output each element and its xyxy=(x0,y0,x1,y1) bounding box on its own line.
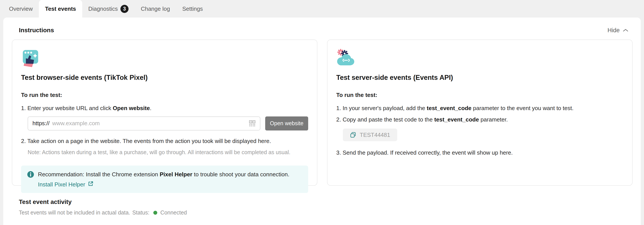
tab-bar: Overview Test events Diagnostics 3 Chang… xyxy=(0,0,644,18)
step-text: 1. In your server's payload, add the xyxy=(336,105,427,112)
rec-text: Recommendation: Install the Chrome exten… xyxy=(38,171,160,178)
url-row: https:// xyxy=(28,116,308,130)
instruction-cards: Test browser-side events (TikTok Pixel) … xyxy=(12,40,632,186)
step-code-bold: test_event_code xyxy=(434,116,479,123)
run-test-label: To run the test: xyxy=(21,92,308,98)
server-step-1: 1. In your server's payload, add the tes… xyxy=(336,104,624,112)
tab-diagnostics[interactable]: Diagnostics 3 xyxy=(82,0,135,18)
copy-icon xyxy=(350,132,356,138)
step-text-bold: Open website xyxy=(113,105,150,112)
status-dot-icon xyxy=(153,211,157,215)
browser-step-2: 2. Take action on a page in the website.… xyxy=(21,137,308,146)
server-step-2: 2. Copy and paste the test code to the t… xyxy=(336,116,624,124)
external-link-icon xyxy=(88,181,94,188)
rec-text-bold: Pixel Helper xyxy=(160,171,192,178)
status-label: Status: xyxy=(132,210,149,216)
tab-label: Overview xyxy=(9,6,33,12)
open-website-button[interactable]: Open website xyxy=(265,116,308,130)
rec-text: to trouble shoot your data connection. xyxy=(192,171,289,178)
browser-side-card: Test browser-side events (TikTok Pixel) … xyxy=(12,40,318,186)
step-text: parameter to the event you want to test. xyxy=(471,105,573,112)
step-text: parameter. xyxy=(479,116,508,123)
recommendation-text: Recommendation: Install the Chrome exten… xyxy=(38,170,289,179)
tab-label: Change log xyxy=(141,6,170,12)
instructions-header: Instructions Hide xyxy=(3,18,641,34)
qr-code-icon[interactable] xyxy=(249,120,256,127)
activity-disclaimer: Test events will not be included in actu… xyxy=(19,210,130,216)
test-code-value: TEST44481 xyxy=(360,132,390,138)
tab-label: Diagnostics xyxy=(88,6,118,12)
website-url-input[interactable] xyxy=(52,120,246,127)
diagnostics-count-badge: 3 xyxy=(120,5,128,13)
tab-test-events[interactable]: Test events xyxy=(39,0,82,18)
browser-step-1: 1. Enter your website URL and click Open… xyxy=(21,104,308,112)
link-label: Install Pixel Helper xyxy=(38,181,85,188)
test-event-activity-section: Test event activity Test events will not… xyxy=(19,198,641,216)
url-scheme-prefix: https:// xyxy=(32,120,50,127)
browser-card-title: Test browser-side events (TikTok Pixel) xyxy=(21,74,308,82)
install-pixel-helper-link[interactable]: Install Pixel Helper xyxy=(38,181,289,188)
test-code-chip[interactable]: TEST44481 xyxy=(343,128,397,141)
run-test-label: To run the test: xyxy=(336,92,624,98)
events-api-cloud-icon xyxy=(336,48,624,69)
tab-change-log[interactable]: Change log xyxy=(135,0,176,18)
test-events-panel: Instructions Hide Test brows xyxy=(3,18,641,225)
info-icon xyxy=(27,171,34,179)
tab-label: Test events xyxy=(45,6,76,12)
step-text: . xyxy=(150,105,151,112)
server-card-title: Test server-side events (Events API) xyxy=(336,74,624,82)
pixel-browser-icon xyxy=(21,48,308,69)
tab-label: Settings xyxy=(182,6,203,12)
step-text: 1. Enter your website URL and click xyxy=(21,105,113,112)
recommendation-box: Recommendation: Install the Chrome exten… xyxy=(21,166,308,193)
tab-overview[interactable]: Overview xyxy=(3,0,39,18)
instructions-title: Instructions xyxy=(19,27,54,34)
status-value: Connected xyxy=(160,210,187,216)
hide-instructions-toggle[interactable]: Hide xyxy=(607,27,628,34)
website-url-field[interactable]: https:// xyxy=(28,116,260,130)
browser-step-2-note: Note: Actions taken during a test, like … xyxy=(28,148,308,156)
activity-subtitle: Test events will not be included in actu… xyxy=(19,210,641,216)
server-side-card: Test server-side events (Events API) To … xyxy=(327,40,632,186)
server-step-3: 3. Send the payload. If received correct… xyxy=(336,149,624,157)
tab-settings[interactable]: Settings xyxy=(176,0,209,18)
step-code-bold: test_event_code xyxy=(427,105,472,112)
activity-title: Test event activity xyxy=(19,198,641,206)
chevron-up-icon xyxy=(623,27,628,34)
hide-label: Hide xyxy=(607,27,620,34)
step-text: 2. Copy and paste the test code to the xyxy=(336,116,434,123)
